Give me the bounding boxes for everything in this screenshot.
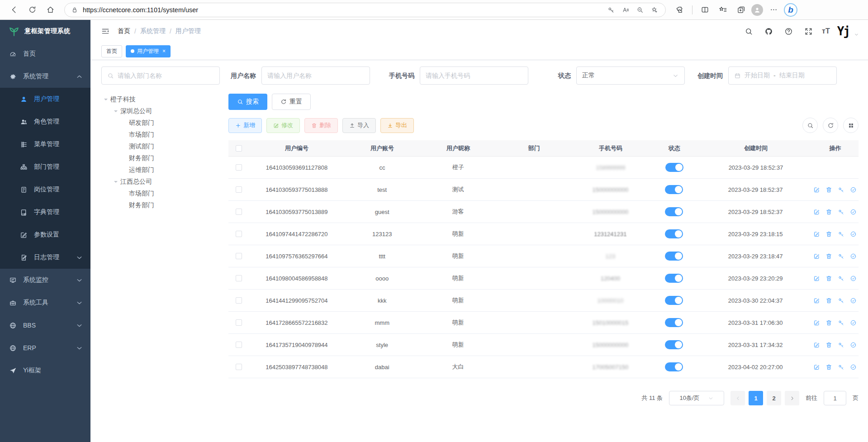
browser-profile-avatar[interactable] [751,4,763,16]
tree-node[interactable]: 市场部门 [101,129,220,141]
sidebar-item-dict-mgmt[interactable]: 字典管理 [0,201,90,223]
status-toggle[interactable] [665,163,683,172]
tree-node[interactable]: 财务部门 [101,152,220,164]
row-reset-password-button[interactable] [838,186,844,193]
row-checkbox[interactable] [236,231,242,237]
refresh-table-button[interactable] [823,118,838,133]
row-checkbox[interactable] [236,253,242,259]
row-reset-password-button[interactable] [838,209,844,215]
status-toggle[interactable] [665,229,683,238]
tag-user-management[interactable]: 用户管理 × [126,45,171,57]
browser-settings-more-button[interactable] [766,2,781,18]
tree-node[interactable]: 橙子科技 [101,94,220,105]
page-button-1[interactable]: 1 [749,391,763,405]
header-search-button[interactable] [742,25,755,38]
tree-node[interactable]: 市场部门 [101,188,220,200]
prev-page-button[interactable] [730,391,745,405]
sidebar-item-tools[interactable]: 系统工具 [0,291,90,314]
row-reset-password-button[interactable] [838,275,844,282]
browser-essentials-button[interactable] [672,2,688,18]
row-edit-button[interactable] [813,364,820,371]
row-edit-button[interactable] [813,342,820,348]
password-key-button[interactable] [605,4,617,16]
status-toggle[interactable] [665,340,683,349]
row-edit-button[interactable] [813,253,820,260]
status-toggle[interactable] [665,362,683,371]
sidebar-item-yi-framework[interactable]: Yi框架 [0,359,90,382]
status-toggle[interactable] [665,274,683,283]
row-checkbox[interactable] [236,364,242,370]
goto-page-input[interactable] [824,391,846,405]
tree-node[interactable]: 测试部门 [101,141,220,152]
avatar-caret-down-icon[interactable] [854,32,859,37]
sidebar-item-log-mgmt[interactable]: 日志管理 [0,246,90,269]
tree-expand-caret[interactable] [114,181,118,185]
row-checkbox[interactable] [236,275,242,281]
row-assign-role-button[interactable] [850,253,857,260]
sidebar-item-erp[interactable]: ERP [0,337,90,359]
split-screen-button[interactable] [697,2,712,18]
sidebar-item-post-mgmt[interactable]: 岗位管理 [0,178,90,201]
row-edit-button[interactable] [813,275,820,282]
tree-expand-caret[interactable] [104,99,108,102]
next-page-button[interactable] [785,391,799,405]
status-toggle[interactable] [665,252,683,261]
row-assign-role-button[interactable] [850,364,857,371]
dept-search-input[interactable] [118,72,214,79]
status-select[interactable]: 正常 [576,67,685,85]
column-settings-button[interactable] [843,118,859,133]
status-toggle[interactable] [665,185,683,194]
row-delete-button[interactable] [825,186,832,193]
sidebar-item-bbs[interactable]: BBS [0,314,90,337]
row-edit-button[interactable] [813,297,820,304]
github-link-button[interactable] [762,25,775,38]
sidebar-item-role-mgmt[interactable]: 角色管理 [0,110,90,133]
tree-node[interactable]: 江西总公司 [101,176,220,188]
sidebar-item-monitor[interactable]: 系统监控 [0,269,90,291]
row-delete-button[interactable] [825,342,832,348]
tree-node[interactable]: 财务部门 [101,200,220,211]
sidebar-item-param-settings[interactable]: 参数设置 [0,223,90,246]
read-aloud-button[interactable] [619,4,632,16]
row-assign-role-button[interactable] [850,209,857,215]
row-reset-password-button[interactable] [838,297,844,304]
tag-home[interactable]: 首页 [101,45,122,57]
row-checkbox[interactable] [236,319,242,326]
delete-button[interactable]: 删除 [304,118,338,133]
favorites-bar-button[interactable] [715,2,730,18]
row-reset-password-button[interactable] [838,342,844,348]
row-assign-role-button[interactable] [850,297,857,304]
search-button[interactable]: 搜索 [228,94,267,110]
row-delete-button[interactable] [825,231,832,238]
status-toggle[interactable] [665,207,683,216]
browser-back-button[interactable] [6,2,22,18]
tree-node[interactable]: 运维部门 [101,164,220,176]
row-checkbox[interactable] [236,186,242,193]
row-checkbox[interactable] [236,342,242,348]
date-start-placeholder[interactable]: 开始日期 [745,71,770,80]
row-assign-role-button[interactable] [850,231,857,238]
row-delete-button[interactable] [825,275,832,282]
select-all-checkbox[interactable] [236,145,242,152]
row-checkbox[interactable] [236,164,242,171]
row-edit-button[interactable] [813,186,820,193]
row-assign-role-button[interactable] [850,342,857,348]
add-button[interactable]: 新增 [228,118,262,133]
page-button-2[interactable]: 2 [767,391,781,405]
date-end-placeholder[interactable]: 结束日期 [779,71,805,80]
import-button[interactable]: 导入 [342,118,376,133]
sidebar-item-user-mgmt[interactable]: 用户管理 [0,88,90,110]
address-bar[interactable]: https://ccnetcore.com:1101/system/user [64,3,666,17]
status-toggle[interactable] [665,296,683,305]
app-logo[interactable]: 意框架管理系统 [0,20,90,43]
row-reset-password-button[interactable] [838,364,844,371]
row-delete-button[interactable] [825,364,832,371]
row-edit-button[interactable] [813,231,820,238]
bing-copilot-button[interactable]: b [784,3,797,17]
row-assign-role-button[interactable] [850,319,857,326]
phone-input[interactable] [426,72,522,79]
row-checkbox[interactable] [236,209,242,215]
fullscreen-button[interactable] [802,25,815,38]
collapse-sidebar-button[interactable] [98,24,113,39]
row-delete-button[interactable] [825,297,832,304]
